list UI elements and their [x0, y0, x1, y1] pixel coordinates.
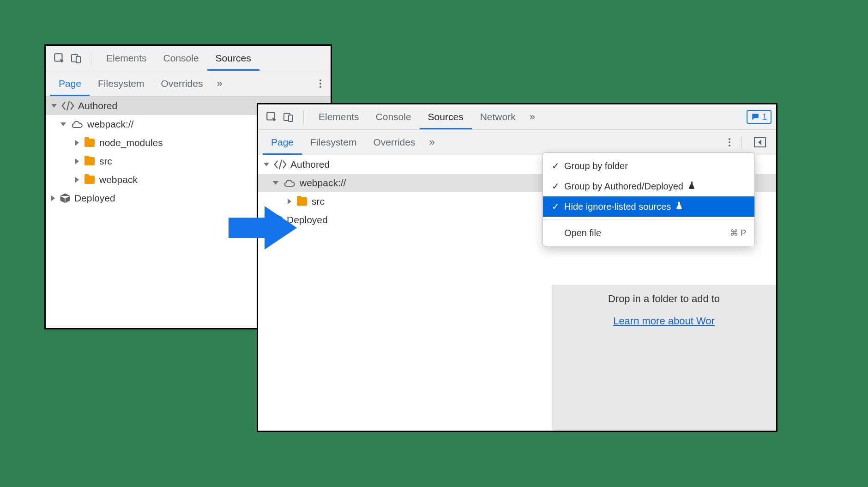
- flask-icon: [688, 181, 695, 192]
- menu-open-file[interactable]: Open file ⌘ P: [543, 223, 754, 243]
- tab-elements[interactable]: Elements: [98, 46, 155, 71]
- menu-label: Open file: [564, 228, 601, 238]
- arrow-annotation: [229, 202, 298, 249]
- tree-label: node_modules: [99, 137, 163, 148]
- tree-label: webpack: [99, 174, 138, 185]
- tree-label: webpack://: [300, 177, 346, 189]
- menu-group-by-authored-deployed[interactable]: ✓ Group by Authored/Deployed: [543, 176, 754, 196]
- menu-label: Group by folder: [564, 161, 628, 171]
- code-icon: [274, 159, 287, 170]
- check-icon: ✓: [551, 160, 560, 171]
- menu-label: Hide ignore-listed sources: [564, 201, 671, 212]
- folder-icon: [84, 157, 95, 165]
- device-toggle-icon[interactable]: [68, 52, 84, 64]
- subtab-filesystem[interactable]: Filesystem: [302, 130, 365, 155]
- folder-icon: [84, 176, 95, 184]
- main-toolbar: Elements Console Sources Network » 1: [258, 104, 776, 130]
- inspect-icon[interactable]: [263, 111, 280, 123]
- more-tabs-icon[interactable]: »: [524, 111, 541, 123]
- separator: [303, 110, 304, 124]
- tab-sources[interactable]: Sources: [207, 46, 259, 71]
- workspace-hint: Drop in a folder to add to Learn more ab…: [552, 285, 776, 431]
- chevron-right-icon: [75, 140, 79, 146]
- subtab-filesystem[interactable]: Filesystem: [90, 71, 152, 96]
- cloud-icon: [283, 178, 296, 188]
- learn-more-link[interactable]: Learn more about Wor: [613, 315, 715, 327]
- tab-network[interactable]: Network: [472, 104, 524, 129]
- main-toolbar: Elements Console Sources: [46, 46, 331, 71]
- subtab-page[interactable]: Page: [263, 130, 302, 155]
- package-icon: [60, 193, 71, 204]
- inspect-icon[interactable]: [50, 52, 68, 64]
- flask-icon: [675, 201, 683, 212]
- separator: [741, 135, 742, 149]
- chevron-down-icon: [60, 122, 66, 126]
- tab-console[interactable]: Console: [155, 46, 207, 71]
- menu-label: Group by Authored/Deployed: [564, 181, 683, 192]
- subtab-page[interactable]: Page: [50, 71, 90, 96]
- tab-sources[interactable]: Sources: [420, 104, 472, 129]
- more-menu-icon[interactable]: [315, 75, 326, 92]
- svg-rect-2: [76, 56, 80, 63]
- chevron-right-icon: [75, 158, 79, 164]
- separator: [91, 51, 91, 65]
- sub-toolbar: Page Filesystem Overrides »: [46, 71, 331, 97]
- collapse-pane-icon[interactable]: [748, 137, 772, 147]
- tree-label: Deployed: [74, 193, 115, 204]
- check-icon: ✓: [551, 201, 560, 212]
- chevron-down-icon: [264, 163, 269, 166]
- issues-count: 1: [762, 112, 767, 122]
- tree-label: src: [312, 196, 325, 207]
- folder-icon: [297, 197, 307, 206]
- context-menu: ✓ Group by folder ✓ Group by Authored/De…: [542, 152, 755, 246]
- subtab-overrides[interactable]: Overrides: [152, 71, 211, 96]
- menu-separator: [543, 219, 754, 220]
- chevron-down-icon: [273, 181, 278, 185]
- menu-group-by-folder[interactable]: ✓ Group by folder: [543, 156, 754, 176]
- device-toggle-icon[interactable]: [280, 111, 297, 123]
- hint-text: Drop in a folder to add to: [560, 293, 768, 305]
- devtools-window-right: Elements Console Sources Network » 1 Pag…: [257, 103, 778, 432]
- svg-rect-5: [289, 115, 293, 122]
- folder-icon: [84, 139, 95, 147]
- tab-console[interactable]: Console: [368, 104, 420, 129]
- cloud-icon: [71, 120, 84, 129]
- code-icon: [61, 101, 74, 111]
- more-menu-icon[interactable]: [724, 134, 735, 151]
- tree-label: Authored: [290, 159, 330, 170]
- tab-elements[interactable]: Elements: [310, 104, 368, 129]
- more-tabs-icon[interactable]: »: [211, 78, 228, 90]
- chevron-right-icon: [75, 177, 79, 183]
- chevron-right-icon: [51, 195, 55, 201]
- more-tabs-icon[interactable]: »: [423, 136, 440, 148]
- tree-label: Authored: [78, 100, 117, 111]
- subtab-overrides[interactable]: Overrides: [365, 130, 423, 155]
- tree-label: src: [99, 156, 112, 167]
- sub-toolbar: Page Filesystem Overrides »: [258, 130, 776, 155]
- check-icon: ✓: [551, 181, 560, 192]
- chevron-down-icon: [51, 104, 57, 108]
- menu-shortcut: ⌘ P: [730, 228, 746, 238]
- tree-label: webpack://: [87, 119, 133, 130]
- menu-hide-ignore-listed[interactable]: ✓ Hide ignore-listed sources: [543, 196, 754, 217]
- issues-badge[interactable]: 1: [747, 110, 772, 124]
